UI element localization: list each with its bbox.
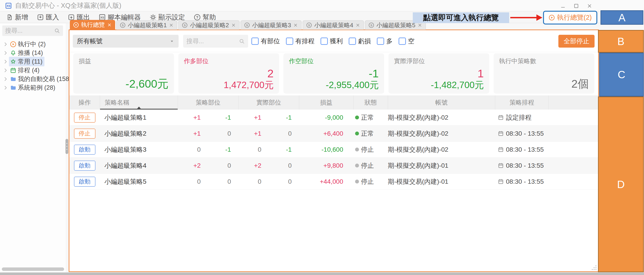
status-dot-icon: [355, 132, 359, 135]
status-label: 正常: [361, 113, 374, 122]
tab-strategy-1[interactable]: S小編超級策略1: [116, 20, 177, 30]
filter-toolbar: 所有帳號 搜尋... 有部位有排程獲利虧損多空 全部停止: [69, 30, 598, 52]
checkbox-label: 多: [386, 37, 393, 45]
menu-item-import[interactable]: 匯入: [37, 13, 59, 22]
column-header[interactable]: 操作: [69, 95, 100, 110]
close-tab-icon[interactable]: [107, 22, 112, 27]
stop-all-button[interactable]: 全部停止: [558, 35, 594, 48]
card-value: 1,472,700元: [224, 80, 274, 90]
account-name: 期-模擬交易(內建)-01: [388, 158, 495, 173]
table-row[interactable]: 啟動小編超級策略30-10-1-10,600停止期-模擬交易(內建)-0208:…: [69, 142, 598, 158]
sidebar-item-my-auto-trades[interactable]: 我的自動交易 (158): [0, 75, 66, 83]
maximize-button[interactable]: [571, 2, 581, 10]
card-value: -2,955,400元: [326, 80, 379, 90]
tab-overview[interactable]: 執行總覽: [70, 20, 115, 30]
menu-item-new[interactable]: 新增: [6, 13, 28, 22]
sidebar-item-favorites[interactable]: 常用 (11): [0, 57, 66, 66]
column-header[interactable]: 策略部位: [178, 95, 238, 110]
schedule-cell[interactable]: 08:30 - 13:55: [495, 158, 548, 173]
sidebar-item-push[interactable]: 推播 (14): [0, 48, 66, 57]
strategy-icon: S: [306, 22, 312, 28]
start-strategy-button[interactable]: 啟動: [74, 177, 96, 187]
position-value: -1: [269, 146, 299, 153]
close-tab-icon[interactable]: [355, 23, 360, 28]
svg-text:S: S: [184, 23, 186, 27]
tab-label: 小編超級策略4: [314, 21, 353, 29]
tab-strategy-3[interactable]: S小編超級策略3: [240, 20, 302, 30]
stop-strategy-button[interactable]: 停止: [74, 129, 96, 139]
column-header[interactable]: 實際部位: [238, 95, 299, 110]
column-header[interactable]: 策略名稱: [100, 95, 178, 110]
column-header[interactable]: 策略排程: [495, 95, 548, 110]
chevron-right-icon: [2, 76, 9, 82]
strategy-icon: S: [182, 22, 188, 28]
splitter-handle[interactable]: [66, 139, 68, 154]
table-row[interactable]: 啟動小編超級策略4+20+20+9,800停止期-模擬交易(內建)-0108:3…: [69, 158, 598, 174]
column-header[interactable]: 帳號: [388, 95, 495, 110]
menu-item-label: 匯入: [46, 13, 59, 22]
execution-overview-button[interactable]: 執行總覽(2): [543, 11, 597, 24]
filter-checkbox-5[interactable]: 多: [377, 37, 393, 45]
schedule-cell[interactable]: 08:30 - 13:55: [495, 126, 548, 141]
position-value: +1: [178, 130, 208, 137]
sidebar-search-input[interactable]: 搜尋...: [2, 25, 63, 36]
folder-icon: [10, 84, 16, 91]
start-strategy-button[interactable]: 啟動: [74, 161, 96, 171]
filter-checkbox-2[interactable]: 有排程: [286, 37, 314, 45]
account-name: 期-模擬交易(內建)-02: [388, 142, 495, 157]
resize-grip[interactable]: [596, 269, 596, 270]
column-header[interactable]: 狀態: [353, 95, 388, 110]
window-controls: [558, 2, 594, 10]
schedule-value: 08:30 - 13:55: [506, 130, 544, 137]
close-icon: [586, 3, 592, 9]
summary-card: 執行中策略數2個: [494, 53, 594, 94]
filter-checkbox-4[interactable]: 虧損: [349, 37, 371, 45]
schedule-cell[interactable]: 08:30 - 13:55: [495, 174, 548, 189]
checkbox-icon: [398, 37, 406, 45]
close-tab-icon[interactable]: [293, 23, 298, 28]
checkbox-label: 有排程: [295, 37, 314, 45]
tab-bar: 執行總覽S小編超級策略1S小編超級策略2S小編超級策略3S小編超級策略4S小編超…: [70, 20, 426, 30]
svg-text:S: S: [370, 23, 372, 27]
schedule-cell[interactable]: 設定排程: [495, 110, 548, 125]
close-tab-icon[interactable]: [169, 23, 174, 28]
filter-checkbox-1[interactable]: 有部位: [251, 37, 280, 45]
doc-plus-icon: [6, 14, 13, 21]
table-header: 操作策略名稱策略部位實際部位損益狀態帳號策略排程: [69, 95, 598, 110]
position-value: 0: [208, 130, 238, 137]
schedule-cell[interactable]: 08:30 - 13:55: [495, 142, 548, 157]
sidebar-item-schedule[interactable]: 排程 (4): [0, 66, 66, 75]
minimize-button[interactable]: [558, 2, 568, 10]
sidebar-horizontal-scrollbar[interactable]: [2, 268, 64, 271]
filter-checkbox-6[interactable]: 空: [398, 37, 414, 45]
close-tab-icon[interactable]: [417, 23, 422, 28]
svg-text:S: S: [246, 23, 248, 27]
sidebar-item-system-examples[interactable]: 系統範例 (28): [0, 83, 66, 92]
table-row[interactable]: 停止小編超級策略1+1-1+1-1-9,000正常期-模擬交易(內建)-02設定…: [69, 110, 598, 126]
tab-strategy-2[interactable]: S小編超級策略2: [178, 20, 239, 30]
callout-arrow: [510, 17, 537, 18]
stop-strategy-button[interactable]: 停止: [74, 113, 96, 123]
close-tab-icon[interactable]: [231, 23, 236, 28]
annotation-box-a: A: [600, 10, 643, 25]
sidebar: 搜尋... 執行中 (2)推播 (14)常用 (11)排程 (4)我的自動交易 …: [0, 23, 66, 272]
column-header[interactable]: 損益: [299, 95, 353, 110]
pnl-value: +6,400: [324, 130, 343, 137]
strategy-search-input[interactable]: 搜尋...: [183, 35, 248, 48]
annotation-box-d: D: [598, 97, 644, 272]
chevron-down-icon: [170, 39, 174, 44]
tab-strategy-4[interactable]: S小編超級策略4: [303, 20, 364, 30]
menu-item-label: 新增: [15, 13, 28, 22]
table-row[interactable]: 停止小編超級策略2+10+10+6,400正常期-模擬交易(內建)-0208:3…: [69, 126, 598, 142]
account-filter-dropdown[interactable]: 所有帳號: [73, 35, 178, 48]
column-header[interactable]: [548, 95, 598, 110]
sidebar-item-running[interactable]: 執行中 (2): [0, 40, 66, 48]
table-row[interactable]: 啟動小編超級策略50000+44,000停止期-模擬交易(內建)-0108:30…: [69, 174, 598, 190]
strategy-name: 小編超級策略4: [100, 158, 178, 173]
strategy-name: 小編超級策略5: [100, 174, 178, 189]
callout-arrow-head: [536, 14, 542, 21]
start-strategy-button[interactable]: 啟動: [74, 145, 96, 155]
svg-text:S: S: [122, 23, 124, 27]
close-button[interactable]: [584, 2, 594, 10]
filter-checkbox-3[interactable]: 獲利: [320, 37, 343, 45]
